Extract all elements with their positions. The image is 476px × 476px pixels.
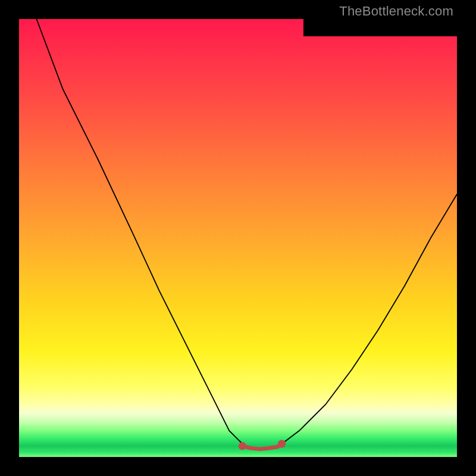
- curve-layer: [19, 19, 457, 457]
- right-curve: [282, 194, 457, 444]
- flat-valley: [242, 444, 281, 449]
- left-curve: [36, 19, 242, 444]
- valley-left-dot: [239, 442, 246, 450]
- chart-frame: TheBottleneck.com: [0, 0, 476, 476]
- watermark-text: TheBottleneck.com: [339, 4, 453, 19]
- valley-right-dot: [278, 440, 286, 447]
- plot-area: [19, 19, 457, 457]
